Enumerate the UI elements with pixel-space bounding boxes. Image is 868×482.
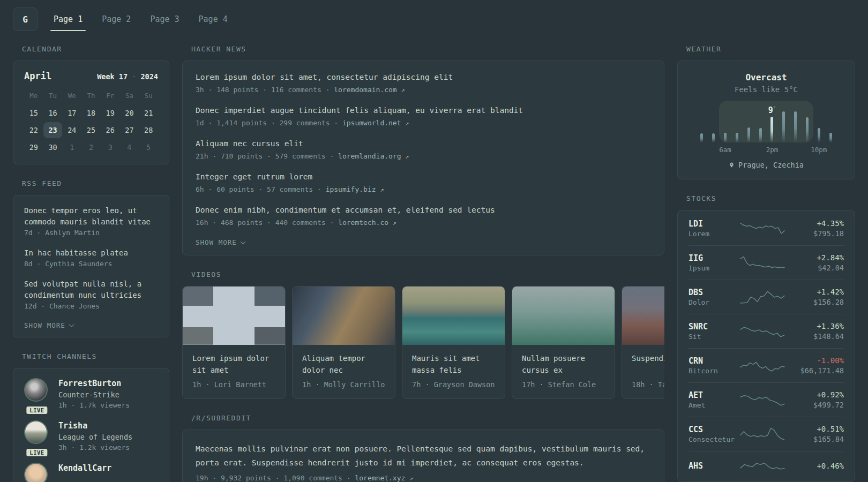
video-meta: 1h · Lori Barnett	[192, 380, 275, 389]
calendar-day: 19	[101, 105, 120, 121]
hour-label: 2pm	[766, 146, 779, 154]
hour-label: 10pm	[811, 146, 827, 154]
video-title: Nullam posuere cursus ex	[522, 352, 605, 376]
video-title: Lorem ipsum dolor sit amet consectetu…	[192, 352, 275, 376]
hn-item-meta: 3h · 148 points · 116 comments · loremdo…	[196, 85, 651, 95]
calendar-day: 21	[139, 105, 158, 121]
left-column: CALENDAR April Week 17 · 2024 MoTuWeThFr…	[13, 45, 169, 482]
location-pin-icon	[729, 161, 735, 169]
stock-row: SNRCSit+1.36%$148.64	[689, 314, 844, 348]
calendar-week: Week 17 · 2024	[97, 72, 158, 81]
calendar-header: April Week 17 · 2024	[24, 71, 158, 81]
stock-price: $42.04	[785, 263, 844, 273]
hn-item-title[interactable]: Donec imperdiet augue tincidunt felis al…	[196, 105, 651, 116]
external-link-icon: ↗	[409, 475, 413, 482]
stock-price: $165.84	[785, 434, 844, 445]
page-tabs: Page 1 Page 2 Page 3 Page 4	[50, 7, 244, 31]
videos-section-title: VIDEOS	[182, 270, 664, 278]
stock-sparkline	[740, 323, 785, 340]
rss-item-title[interactable]: Sed volutpat nulla nisl, a condimentum n…	[24, 278, 158, 301]
tab-page-1[interactable]: Page 1	[50, 7, 86, 31]
chevron-down-icon	[240, 239, 245, 244]
hackernews-card: Lorem ipsum dolor sit amet, consectetur …	[182, 61, 664, 255]
channel-game: League of Legends	[58, 432, 132, 442]
video-card[interactable]: Aliquam tempor dolor nec pharetra… 1h · …	[292, 286, 395, 399]
hn-item-meta: 21h · 710 points · 579 comments · loreml…	[196, 151, 651, 162]
calendar-day: 1	[62, 139, 81, 155]
weather-widget: WEATHER Overcast Feels like 5°C 6am9°2pm…	[677, 45, 855, 179]
calendar-day: 16	[43, 105, 63, 121]
twitch-widget: TWITCH CHANNELS LIVE ForrestBurton Count…	[13, 352, 169, 482]
video-card[interactable]: Nullam posuere cursus ex 17h · Stefan Co…	[512, 286, 615, 399]
middle-column: HACKER NEWS Lorem ipsum dolor sit amet, …	[182, 45, 664, 482]
stock-symbol: IIG	[689, 253, 740, 263]
hour-label: 6am	[719, 146, 731, 154]
video-card[interactable]: Mauris sit amet massa felis 7h · Grayson…	[402, 286, 505, 399]
stock-sparkline	[740, 458, 785, 474]
hn-item-title[interactable]: Aliquam nec cursus elit	[196, 138, 651, 149]
stock-name: Amet	[689, 401, 740, 410]
weather-bar	[802, 101, 813, 142]
twitch-channel[interactable]: LIVE Trisha League of Legends 3h · 1.2k …	[24, 420, 158, 453]
app-logo[interactable]: G	[13, 7, 38, 31]
external-link-icon: ↗	[401, 86, 405, 94]
calendar-week-number: 17	[119, 72, 128, 81]
stock-name: Lorem	[689, 229, 740, 239]
subreddit-section-title: /R/SUBREDDIT	[182, 414, 664, 422]
calendar-section-title: CALENDAR	[13, 45, 169, 53]
tab-page-2[interactable]: Page 2	[99, 7, 134, 31]
hn-item-title[interactable]: Integer eget rutrum lorem	[196, 171, 651, 183]
subreddit-post-title[interactable]: Maecenas mollis pulvinar erat non posuer…	[196, 442, 651, 470]
stock-name: Consectetur	[689, 435, 740, 445]
video-card[interactable]: Lorem ipsum dolor sit amet consectetu… 1…	[182, 286, 286, 399]
external-link-icon: ↗	[380, 186, 384, 193]
weather-bar	[825, 101, 836, 142]
hn-item-meta: 16h · 468 points · 440 comments · loremt…	[196, 217, 651, 228]
stock-values: +1.36%$148.64	[785, 321, 844, 342]
stock-id: CRNBitcorn	[689, 356, 740, 376]
external-link-icon: ↗	[405, 119, 409, 127]
weather-bars: 6am9°2pm10pm	[696, 101, 836, 142]
stock-sparkline	[740, 289, 785, 305]
stock-id: CCSConsectetur	[689, 424, 740, 445]
tab-page-4[interactable]: Page 4	[196, 7, 231, 31]
stock-change: -1.00%	[785, 355, 844, 366]
weather-chart: 6am9°2pm10pm	[696, 101, 836, 152]
rss-item-title[interactable]: Donec tempor eros leo, ut commodo mauris…	[24, 205, 158, 228]
tab-page-3[interactable]: Page 3	[147, 7, 182, 31]
twitch-channel[interactable]: LIVE ForrestBurton Counter-Strike 1h · 1…	[24, 378, 158, 411]
video-card[interactable]: Suspendisse diam 18h · Tara	[622, 286, 664, 399]
hn-item: Integer eget rutrum lorem 6h · 60 points…	[196, 171, 651, 195]
hn-domain-link[interactable]: ipsumify.biz	[326, 185, 376, 193]
rss-item: In hac habitasse platea 8d · Cynthia Sau…	[24, 247, 158, 269]
stock-symbol: AET	[689, 390, 740, 401]
video-thumbnail	[293, 287, 395, 345]
video-thumbnail	[183, 287, 285, 345]
channel-name: KendallCarr	[58, 463, 111, 474]
rss-card: Donec tempor eros leo, ut commodo mauris…	[13, 195, 169, 337]
hackernews-widget: HACKER NEWS Lorem ipsum dolor sit amet, …	[182, 45, 664, 255]
stock-sparkline	[740, 358, 785, 374]
hn-domain-link[interactable]: loremdomain.com	[334, 86, 396, 94]
subreddit-domain-link[interactable]: loremnet.xyz	[355, 474, 405, 482]
twitch-channel[interactable]: KendallCarr	[24, 463, 158, 482]
hn-item-title[interactable]: Lorem ipsum dolor sit amet, consectetur …	[196, 72, 651, 83]
stock-change: +2.84%	[785, 252, 844, 263]
stock-id: LDILorem	[689, 219, 740, 239]
stock-change: +0.51%	[785, 424, 844, 434]
hn-item-title[interactable]: Donec enim nibh, condimentum et accumsan…	[196, 205, 651, 216]
hn-domain-link[interactable]: loremtech.co	[338, 219, 388, 227]
hn-show-more-button[interactable]: SHOW MORE	[196, 238, 245, 246]
calendar-day: 25	[81, 122, 101, 138]
hn-domain-link[interactable]: ipsumworld.net	[342, 119, 401, 127]
rss-item-title[interactable]: In hac habitasse platea	[24, 247, 158, 259]
calendar-day: 22	[24, 122, 43, 138]
weather-location[interactable]: Prague, Czechia	[729, 161, 804, 169]
rss-widget: RSS FEED Donec tempor eros leo, ut commo…	[13, 179, 169, 337]
rss-show-more-button[interactable]: SHOW MORE	[24, 321, 73, 329]
stock-symbol: LDI	[689, 219, 740, 229]
hn-domain-link[interactable]: loremlandia.org	[338, 152, 401, 160]
separator-dot: ·	[132, 72, 136, 81]
stock-name: Bitcorn	[689, 366, 740, 376]
rss-item-meta: 12d · Chance Jones	[24, 301, 158, 312]
